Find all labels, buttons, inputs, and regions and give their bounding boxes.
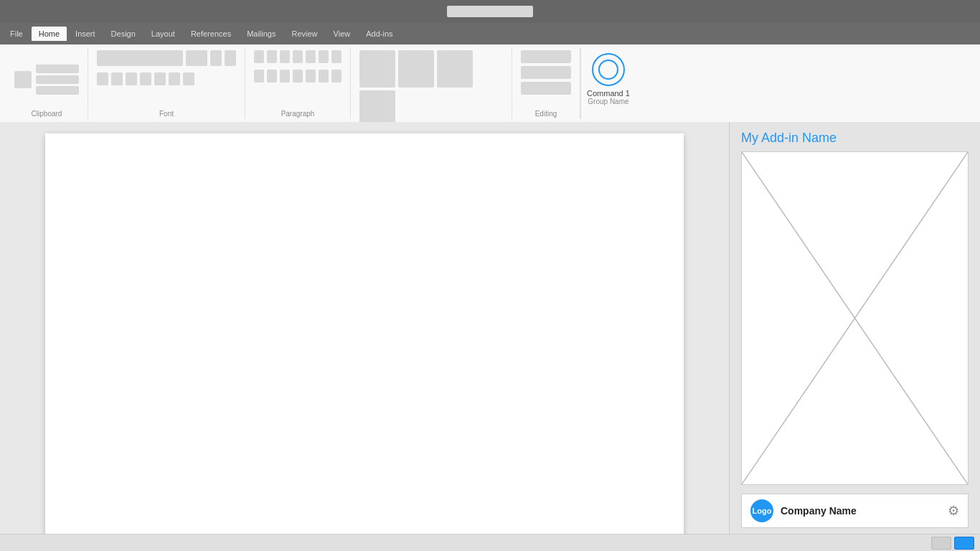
bullets-btn[interactable] — [254, 50, 264, 63]
font-grow-btn[interactable] — [210, 50, 222, 66]
panel-title: My Add-in Name — [730, 122, 980, 151]
font-shrink-btn[interactable] — [225, 50, 236, 66]
paragraph-label: Paragraph — [254, 110, 341, 119]
ribbon-section-clipboard: Clipboard — [6, 47, 88, 119]
tab-review[interactable]: Review — [285, 27, 325, 41]
font-name-input[interactable] — [97, 50, 183, 66]
preview-placeholder-svg — [742, 152, 968, 484]
tab-design[interactable]: Design — [104, 27, 143, 41]
ribbon-tabs: File Home Insert Design Layout Reference… — [0, 23, 980, 44]
font-row1 — [97, 50, 236, 66]
shading-btn[interactable] — [319, 70, 329, 83]
clipboard-sub — [36, 65, 79, 95]
command1-icon[interactable] — [592, 53, 625, 86]
panel-preview — [741, 151, 969, 485]
style-normal[interactable] — [359, 50, 395, 88]
tab-view[interactable]: View — [326, 27, 358, 41]
title-bar — [0, 0, 980, 23]
ribbon-section-font: Font — [88, 47, 245, 119]
ph3 — [36, 86, 79, 95]
highlight-btn[interactable] — [169, 72, 180, 85]
tab-mailings[interactable]: Mailings — [240, 27, 283, 41]
para-row1 — [254, 50, 341, 63]
ribbon-command-group: Command 1 Group Name — [580, 47, 636, 119]
page-view-button[interactable] — [931, 537, 951, 550]
tab-file[interactable]: File — [3, 27, 30, 41]
justify-btn[interactable] — [293, 70, 303, 83]
underline-btn[interactable] — [126, 72, 137, 85]
multilevel-btn[interactable] — [280, 50, 290, 63]
settings-icon[interactable]: ⚙ — [948, 503, 959, 519]
line-spacing-btn[interactable] — [306, 70, 316, 83]
align-right-btn[interactable] — [280, 70, 290, 83]
align-left-btn[interactable] — [254, 70, 264, 83]
ph2 — [36, 75, 79, 84]
decrease-indent-btn[interactable] — [293, 50, 303, 63]
select-btn[interactable] — [521, 82, 571, 95]
pilcrow-btn[interactable] — [331, 50, 341, 63]
clipboard-big-icon — [14, 71, 32, 88]
sort-btn[interactable] — [319, 50, 329, 63]
ribbon-section-editing: Editing — [512, 47, 580, 119]
ribbon-content: Clipboard Font — [0, 44, 980, 122]
para-row2 — [254, 70, 341, 83]
tab-layout[interactable]: Layout — [144, 27, 182, 41]
tab-references[interactable]: References — [184, 27, 238, 41]
ribbon-section-paragraph: Paragraph — [245, 47, 351, 119]
font-size-input[interactable] — [186, 50, 207, 66]
tab-addins[interactable]: Add-ins — [359, 27, 400, 41]
style-h2[interactable] — [437, 50, 473, 88]
canvas-area — [0, 122, 729, 534]
tab-insert[interactable]: Insert — [68, 27, 103, 41]
command1-label[interactable]: Command 1 — [587, 89, 630, 98]
company-logo: Logo — [750, 499, 773, 522]
strikethrough-btn[interactable] — [140, 72, 151, 85]
title-bar-text — [447, 6, 533, 17]
align-center-btn[interactable] — [267, 70, 277, 83]
italic-btn[interactable] — [111, 72, 123, 85]
bold-btn[interactable] — [97, 72, 108, 85]
clipboard-label: Clipboard — [14, 110, 79, 119]
borders-btn[interactable] — [331, 70, 341, 83]
editing-label: Editing — [521, 110, 571, 119]
ph1 — [36, 65, 79, 73]
font-row2 — [97, 72, 194, 85]
svg-point-0 — [599, 60, 618, 79]
status-bar — [0, 534, 980, 551]
find-btn[interactable] — [521, 50, 571, 63]
clear-fmt-btn[interactable] — [183, 72, 194, 85]
document-page[interactable] — [45, 133, 684, 534]
panel-footer: Logo Company Name ⚙ — [741, 494, 969, 528]
numbering-btn[interactable] — [267, 50, 277, 63]
font-color-btn[interactable] — [154, 72, 166, 85]
read-view-button[interactable] — [954, 537, 974, 550]
group-name-label: Group Name — [588, 98, 628, 105]
side-panel: My Add-in Name Logo Company Name ⚙ — [729, 122, 980, 534]
style-h1[interactable] — [398, 50, 434, 88]
main-area: My Add-in Name Logo Company Name ⚙ — [0, 122, 980, 534]
increase-indent-btn[interactable] — [306, 50, 316, 63]
company-name: Company Name — [781, 505, 941, 517]
replace-btn[interactable] — [521, 66, 571, 79]
tab-home[interactable]: Home — [32, 27, 67, 41]
ribbon-section-styles: Styles — [351, 47, 512, 119]
clipboard-buttons — [14, 71, 32, 88]
font-label: Font — [97, 110, 236, 119]
